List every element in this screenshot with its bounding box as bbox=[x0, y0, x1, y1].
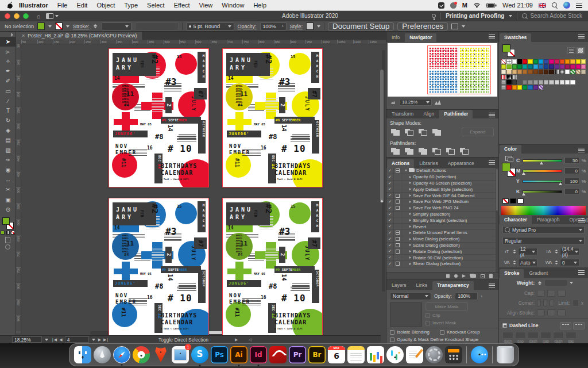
dock-slack[interactable] bbox=[386, 346, 404, 363]
action-revert[interactable]: Revert bbox=[386, 224, 498, 230]
swatch[interactable] bbox=[560, 80, 564, 85]
chevron-right-icon[interactable]: › bbox=[481, 294, 482, 299]
color-spectrum-bar[interactable] bbox=[501, 206, 586, 215]
swatch[interactable] bbox=[539, 80, 543, 85]
minimize-window-button[interactable] bbox=[14, 13, 20, 19]
swatch[interactable] bbox=[512, 64, 517, 69]
swatch[interactable] bbox=[506, 85, 511, 90]
zoom-in-icon[interactable] bbox=[435, 100, 442, 105]
swatch[interactable] bbox=[544, 59, 548, 64]
swatch[interactable] bbox=[528, 70, 532, 74]
dock-numbers[interactable] bbox=[367, 346, 384, 363]
new-set-folder-icon[interactable] bbox=[470, 274, 476, 278]
new-action-icon[interactable] bbox=[481, 274, 485, 278]
dock-system-preferences[interactable] bbox=[425, 346, 443, 363]
discover-lightbulb-icon[interactable] bbox=[432, 14, 436, 18]
action-opacity-60[interactable]: Opacity 60 (selection) bbox=[386, 174, 498, 181]
dock-trash[interactable] bbox=[497, 346, 514, 363]
swatch[interactable] bbox=[501, 59, 506, 64]
butt-cap-icon[interactable] bbox=[537, 290, 545, 297]
knockout-group-checkbox[interactable] bbox=[440, 330, 444, 335]
toolbar-expand-icon[interactable] bbox=[0, 32, 16, 37]
chevron-down-icon[interactable] bbox=[125, 25, 129, 28]
black-chip[interactable] bbox=[510, 198, 516, 204]
swatch[interactable] bbox=[581, 64, 586, 69]
none-chip[interactable] bbox=[502, 198, 509, 204]
action-dialog-toggle[interactable] bbox=[394, 174, 401, 180]
tab-paragraph[interactable]: Paragraph bbox=[532, 216, 564, 224]
swatch[interactable] bbox=[570, 80, 575, 85]
opacity-field[interactable]: 100%› bbox=[260, 22, 287, 30]
first-artboard-icon[interactable]: ❘◀ bbox=[51, 338, 56, 342]
slider-thumb[interactable] bbox=[522, 193, 525, 195]
swatch[interactable] bbox=[517, 70, 522, 74]
delete-action-icon[interactable] bbox=[489, 274, 493, 278]
chevron-down-icon[interactable] bbox=[462, 25, 465, 28]
action-dialog-toggle[interactable] bbox=[394, 186, 401, 192]
scrollbar-thumb[interactable] bbox=[380, 70, 384, 202]
tab-actions[interactable]: Actions bbox=[387, 159, 414, 168]
action-dialog-toggle[interactable] bbox=[394, 255, 401, 260]
chevron-down-icon[interactable] bbox=[55, 15, 59, 17]
tab-swatches[interactable]: Swatches bbox=[500, 33, 531, 42]
expand-arrow-icon[interactable] bbox=[405, 170, 407, 171]
home-icon[interactable]: ⌂ bbox=[34, 13, 42, 20]
document-tab[interactable]: × Poster_H8_2.ai* @ 18.25% (CMYK/GPU Pre… bbox=[16, 32, 143, 40]
artboard-tool[interactable]: ▣ bbox=[0, 195, 16, 205]
dash-gap-field[interactable] bbox=[540, 332, 551, 339]
swatch[interactable] bbox=[576, 59, 581, 64]
pen-tool[interactable]: ✒ bbox=[0, 67, 16, 76]
swatch[interactable] bbox=[533, 64, 538, 69]
dash-gap-field[interactable] bbox=[528, 332, 539, 339]
chevron-down-icon[interactable] bbox=[579, 229, 582, 231]
action-dialog-toggle[interactable] bbox=[394, 199, 401, 205]
action-dialog-toggle[interactable] bbox=[394, 230, 401, 236]
selection-options-icon[interactable] bbox=[451, 24, 458, 29]
action-toggle[interactable] bbox=[386, 181, 394, 186]
tab-close-icon[interactable]: × bbox=[22, 33, 25, 39]
align-center-icon[interactable] bbox=[537, 309, 545, 316]
swatch[interactable] bbox=[570, 64, 575, 69]
expand-arrow-icon[interactable] bbox=[409, 256, 411, 259]
graphic-style-swatch[interactable] bbox=[306, 22, 314, 30]
swatch[interactable] bbox=[544, 64, 548, 69]
action-dialog-toggle[interactable] bbox=[394, 193, 401, 198]
vertical-scrollbar[interactable] bbox=[382, 50, 385, 292]
navigator-zoom-field[interactable]: 18.25% bbox=[400, 99, 432, 106]
tab-appearance[interactable]: Appearance bbox=[443, 159, 479, 168]
swatch[interactable] bbox=[544, 80, 548, 85]
dock-indesign[interactable]: Id bbox=[250, 346, 267, 363]
minus-back-icon[interactable] bbox=[460, 148, 469, 155]
chevron-right-icon[interactable]: › bbox=[282, 24, 284, 29]
swatch[interactable] bbox=[539, 85, 543, 90]
keyboard-flag-icon[interactable] bbox=[539, 3, 546, 8]
crop-icon[interactable] bbox=[432, 148, 441, 155]
tab-transparency[interactable]: Transparency bbox=[432, 281, 473, 290]
action-scale-dialog[interactable]: Scale Dialog (selection) bbox=[386, 243, 498, 249]
swatch[interactable] bbox=[523, 59, 527, 64]
expand-arrow-icon[interactable] bbox=[409, 188, 411, 190]
arrange-documents-icon[interactable] bbox=[46, 13, 53, 19]
swatch[interactable] bbox=[501, 64, 506, 69]
navigator-preview[interactable] bbox=[388, 43, 497, 97]
dock-acrobat[interactable] bbox=[269, 346, 287, 363]
panel-menu-icon[interactable] bbox=[578, 218, 585, 223]
slider-thumb[interactable] bbox=[522, 172, 525, 175]
swatch[interactable] bbox=[528, 59, 532, 64]
dock-calendar[interactable]: MAY 6 bbox=[328, 346, 345, 363]
action-toggle[interactable] bbox=[386, 212, 394, 217]
swatch[interactable] bbox=[581, 59, 586, 64]
swatch[interactable] bbox=[512, 85, 517, 90]
menu-item[interactable]: Window bbox=[222, 2, 244, 9]
curvature-tool[interactable]: ✐ bbox=[0, 76, 16, 86]
swatch[interactable] bbox=[512, 75, 517, 79]
zoom-level-field[interactable]: 18.25% bbox=[12, 336, 42, 343]
swatch[interactable] bbox=[576, 64, 581, 69]
swatch[interactable] bbox=[533, 59, 538, 64]
shape-builder-tool[interactable]: ◈ bbox=[0, 126, 16, 136]
dock-bridge[interactable]: Br bbox=[308, 346, 326, 363]
fill-color-swatch[interactable] bbox=[37, 22, 45, 30]
knife-tool[interactable]: ∕ bbox=[0, 96, 16, 106]
action-toggle[interactable] bbox=[386, 224, 394, 229]
dock-photoshop[interactable]: Ps bbox=[211, 346, 228, 363]
